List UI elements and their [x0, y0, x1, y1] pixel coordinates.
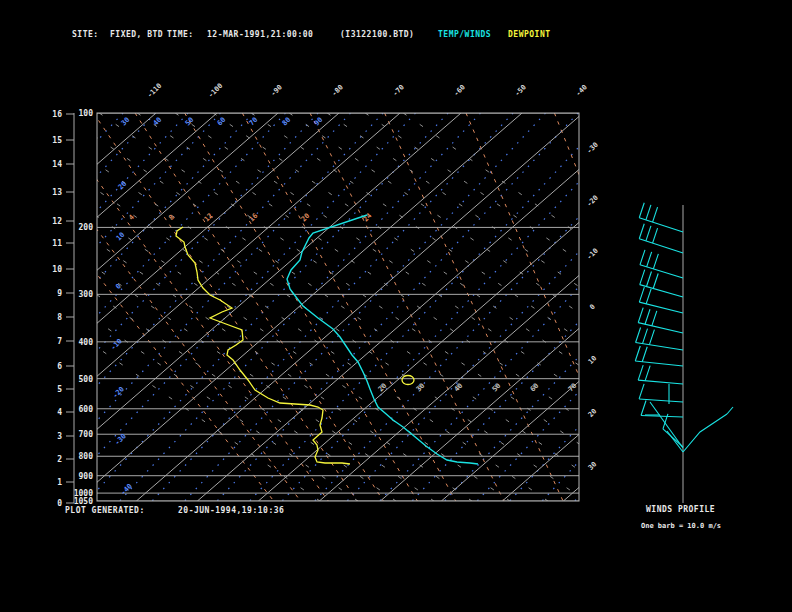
- pressure-label: 800: [79, 452, 94, 461]
- moist-adiabat-line: [10, 113, 301, 501]
- isotherm-line: [0, 113, 95, 501]
- sounding-plot-screen: SITE: FIXED, BTD TIME: 12-MAR-1991,21:00…: [0, 0, 792, 612]
- blue-adiabat-line: [0, 113, 188, 501]
- wind-barb: [640, 250, 683, 278]
- wind-barb-shaft: [639, 302, 683, 313]
- wind-barb-feather: [636, 327, 641, 342]
- wind-barb-feather: [639, 224, 644, 239]
- wind-barb-shaft: [641, 416, 683, 417]
- blue-adiabat-line: [0, 113, 318, 501]
- wind-barb-feather: [653, 254, 658, 269]
- wind-barb: [640, 270, 683, 297]
- isotherm-line: [319, 113, 766, 501]
- height-label: 0: [57, 499, 62, 508]
- isotherm-label-right: -30: [585, 141, 600, 156]
- height-label: 7: [57, 337, 62, 346]
- wind-barb-feather: [649, 330, 654, 345]
- wind-barb-feather: [653, 207, 658, 222]
- blue-adiabat-label-top: 90: [313, 116, 325, 128]
- blue-adiabat-label-left: -20: [111, 385, 126, 400]
- wind-barb: [639, 203, 683, 232]
- height-label: 11: [52, 239, 62, 248]
- dry-adiabat-line: [0, 113, 510, 501]
- pressure-label: 100: [79, 109, 94, 118]
- winds-extra-line: [650, 402, 683, 448]
- wind-barb-shaft: [638, 323, 683, 333]
- isotherm-label-top: -110: [146, 82, 164, 100]
- wind-barb-feather: [640, 250, 645, 265]
- height-label: 9: [57, 289, 62, 298]
- dry-adiabat-label: 60: [529, 382, 541, 394]
- blue-adiabat-label-left: 20: [117, 180, 129, 192]
- height-label: 15: [52, 136, 62, 145]
- wind-barb-feather: [653, 273, 658, 288]
- blue-adiabat-label-left: 10: [115, 231, 127, 243]
- pressure-label: 600: [79, 405, 94, 414]
- pressure-label: 1050: [74, 497, 93, 506]
- blue-adiabat-label-top: 70: [248, 116, 260, 128]
- isotherm-label-right: -10: [585, 247, 600, 262]
- height-label: 10: [52, 265, 62, 274]
- height-label: 6: [57, 362, 62, 371]
- wind-barb-feather: [642, 347, 647, 362]
- blue-adiabat-line: [510, 113, 792, 501]
- blue-adiabat-label-top: 80: [281, 116, 293, 128]
- dewpoint-marker: [402, 376, 414, 385]
- wind-barb-shaft: [640, 285, 683, 297]
- isotherm-line: [0, 113, 156, 501]
- pressure-label: 900: [79, 472, 94, 481]
- wind-barb-shaft: [639, 239, 683, 253]
- height-label: 16: [52, 110, 62, 119]
- wind-barb-feather: [639, 384, 644, 399]
- moist-adiabat-label: 24: [362, 212, 374, 224]
- dry-adiabat-line: [61, 113, 624, 501]
- isotherm-line: [136, 113, 583, 501]
- wind-barb-feather: [639, 203, 644, 218]
- moist-adiabat-line: [647, 113, 792, 501]
- temperature-trace: [287, 215, 478, 464]
- blue-adiabat-line: [0, 113, 253, 501]
- pressure-label: 400: [79, 338, 94, 347]
- isotherm-label-right: 0: [588, 303, 597, 312]
- wind-barb-feather: [652, 311, 657, 326]
- wind-barb-feather: [645, 366, 650, 381]
- moist-adiabat-line: [185, 113, 418, 501]
- pressure-label: 500: [79, 375, 94, 384]
- blue-adiabat-label-top: 30: [120, 116, 132, 128]
- pressure-label: 700: [79, 430, 94, 439]
- skewt-chart: 4812162024203040506070-110-100-90-80-70-…: [0, 0, 792, 612]
- isotherm-line: [258, 113, 705, 501]
- dry-adiabat-label: 50: [491, 382, 503, 394]
- dry-adiabat-line: [175, 113, 738, 501]
- moist-adiabat-line: [466, 113, 633, 501]
- blue-adiabat-line: [120, 113, 481, 501]
- isotherm-label-right: 10: [587, 354, 599, 366]
- blue-adiabat-label-left: -40: [119, 482, 134, 497]
- isotherm-label-top: -90: [269, 83, 284, 98]
- blue-adiabat-line: [0, 113, 58, 501]
- isotherm-label-top: -50: [513, 83, 528, 98]
- winds-extra-line: [683, 414, 727, 452]
- blue-adiabat-line: [347, 113, 708, 501]
- isotherm-line: [0, 113, 34, 501]
- height-label: 13: [52, 188, 62, 197]
- wind-barb-feather: [639, 287, 644, 302]
- blue-adiabat-line: [445, 113, 792, 501]
- blue-adiabat-line: [607, 113, 792, 501]
- winds-extra-line: [727, 407, 733, 414]
- dry-adiabat-line: [403, 113, 792, 501]
- height-label: 5: [57, 385, 62, 394]
- isotherm-label-top: -80: [330, 83, 345, 98]
- isotherm-label-top: -40: [574, 83, 589, 98]
- wind-barb-shaft: [638, 380, 683, 384]
- isotherm-label-right: 30: [587, 460, 599, 472]
- dry-adiabat-line: [0, 113, 434, 501]
- wind-barb-feather: [645, 309, 650, 324]
- wind-barb-feather: [646, 226, 651, 241]
- wind-barb-feather: [646, 205, 651, 220]
- blue-adiabat-line: [0, 113, 156, 501]
- wind-barb: [639, 224, 683, 253]
- wind-barb-feather: [647, 252, 652, 267]
- isotherm-label-right: -20: [585, 194, 600, 209]
- wind-barb-feather: [638, 308, 643, 323]
